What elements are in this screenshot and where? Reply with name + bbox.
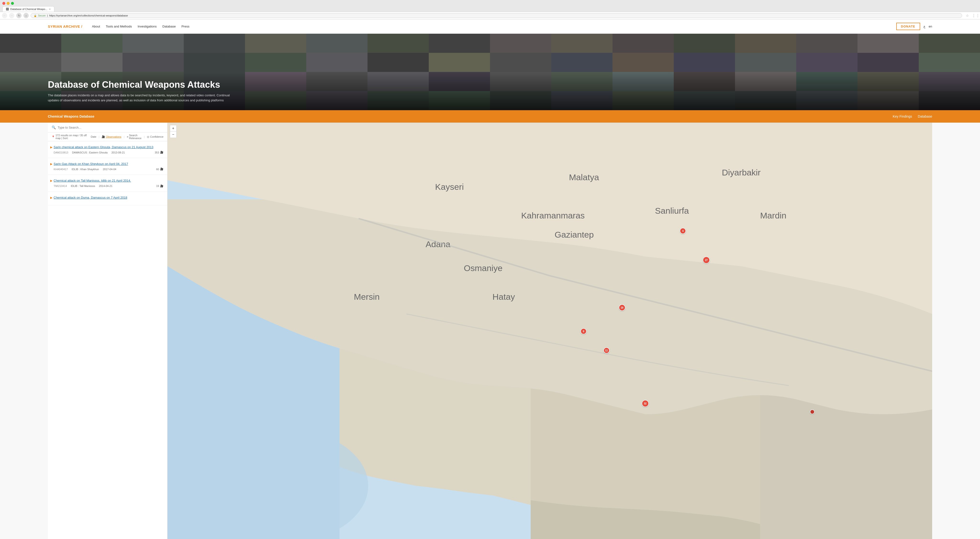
sort-divider: | bbox=[124, 135, 124, 138]
key-findings-link[interactable]: Key Findings bbox=[892, 114, 912, 118]
mosaic-cell bbox=[61, 34, 123, 53]
map-cluster-19[interactable]: 19 bbox=[619, 304, 625, 311]
mosaic-cell bbox=[306, 34, 368, 53]
sort-observations[interactable]: 🎥 Observations bbox=[102, 135, 121, 138]
mosaic-cell bbox=[123, 53, 184, 72]
map-svg: Kayseri Malatya Diyarbakir Kahramanmaras… bbox=[167, 123, 932, 539]
database-link[interactable]: Database bbox=[918, 114, 932, 118]
zoom-in-button[interactable]: + bbox=[170, 125, 177, 132]
incident-count: 60 🎥 bbox=[156, 168, 164, 171]
incident-arrow-icon: ▶ bbox=[50, 162, 52, 166]
video-sort-icon: 🎥 bbox=[102, 135, 105, 138]
reload-button[interactable]: ↻ bbox=[16, 13, 22, 18]
sort-confidence[interactable]: ◎ Confidence bbox=[147, 135, 164, 138]
mosaic-cell bbox=[735, 53, 796, 72]
home-button[interactable]: ⌂ bbox=[24, 13, 29, 18]
incident-title[interactable]: Chemical attack on Tall Manissss, Idlib … bbox=[54, 179, 164, 183]
incident-id: KHA040417 bbox=[54, 168, 68, 171]
active-tab[interactable]: Database of Chemical Weapo... ✕ bbox=[2, 6, 54, 12]
incident-item[interactable]: ▶ Sarin Gas Attack on Khan Sheykoun on A… bbox=[48, 158, 167, 175]
search-input[interactable] bbox=[58, 126, 164, 129]
left-panel: 🔍 📍 172 results on map / 35 off map | So… bbox=[48, 123, 167, 539]
traffic-lights bbox=[2, 2, 978, 5]
hero-title: Database of Chemical Weapons Attacks bbox=[48, 79, 932, 90]
zoom-out-button[interactable]: − bbox=[170, 132, 177, 138]
mosaic-cell bbox=[674, 34, 735, 53]
close-traffic-light[interactable] bbox=[2, 2, 5, 5]
map-cluster-32[interactable]: 32 bbox=[642, 400, 649, 407]
svg-text:Mersin: Mersin bbox=[354, 292, 380, 302]
incident-meta: TMI210414 IDLIB : Tall Manissss 2014-04-… bbox=[54, 184, 164, 188]
mosaic-cell bbox=[429, 34, 490, 53]
sort-divider: | bbox=[144, 135, 145, 138]
map-cluster-9[interactable]: 9 bbox=[581, 328, 587, 334]
url-separator: | bbox=[47, 14, 48, 17]
mosaic-cell bbox=[919, 34, 980, 53]
incident-item[interactable]: ▶ Sarin chemical attack on Eastern Ghout… bbox=[48, 141, 167, 158]
hero-section: Database of Chemical Weapons Attacks The… bbox=[0, 34, 980, 110]
mosaic-cell bbox=[245, 34, 306, 53]
svg-text:Osmaniye: Osmaniye bbox=[464, 263, 503, 273]
incident-location: IDLIB : Khan Shaykhun bbox=[72, 168, 99, 171]
incident-location: IDLIB : Tall Manissss bbox=[71, 184, 95, 187]
browser-menu-icon[interactable]: ⋮⋮ bbox=[972, 13, 980, 18]
results-meta: 📍 172 results on map / 35 off map | Sort… bbox=[48, 132, 167, 141]
incident-date: 2014-04-21 bbox=[99, 184, 113, 187]
orange-bar-title: Chemical Weapons Database bbox=[48, 114, 94, 118]
nav-links: About Tools and Methods Investigations D… bbox=[92, 25, 896, 28]
fullscreen-traffic-light[interactable] bbox=[11, 2, 14, 5]
incident-item[interactable]: ▶ Chemical attack on Duma, Damascus on 7… bbox=[48, 192, 167, 205]
sort-divider: | bbox=[99, 135, 100, 138]
nav-press[interactable]: Press bbox=[181, 25, 189, 28]
lang-arabic-link[interactable]: ع bbox=[924, 25, 926, 28]
incident-meta: KHA040417 IDLIB : Khan Shaykhun 2017-04-… bbox=[54, 168, 164, 171]
orange-bar: Chemical Weapons Database Key Findings D… bbox=[0, 110, 980, 123]
donate-button[interactable]: DONATE bbox=[896, 23, 920, 30]
incident-title[interactable]: Sarin chemical attack on Eastern Ghouta,… bbox=[54, 145, 164, 149]
incident-title[interactable]: Chemical attack on Duma, Damascus on 7 A… bbox=[54, 195, 164, 200]
mosaic-cell bbox=[551, 53, 612, 72]
mosaic-cell bbox=[735, 34, 796, 53]
incident-arrow-icon: ▶ bbox=[50, 146, 52, 149]
relevance-sort-icon: ≡ bbox=[127, 135, 128, 138]
confidence-sort-icon: ◎ bbox=[147, 135, 149, 138]
incident-id: DAM210813 bbox=[54, 151, 68, 154]
incident-location: DAMASCUS : Eastern Ghouta bbox=[72, 151, 108, 154]
mosaic-cell bbox=[490, 34, 551, 53]
bookmark-icon[interactable]: ☆ bbox=[966, 14, 969, 17]
nav-investigations[interactable]: Investigations bbox=[138, 25, 157, 28]
svg-text:Malatya: Malatya bbox=[569, 172, 599, 182]
incident-item[interactable]: ▶ Chemical attack on Tall Manissss, Idli… bbox=[48, 175, 167, 192]
tab-close-button[interactable]: ✕ bbox=[49, 8, 51, 11]
map-panel: Kayseri Malatya Diyarbakir Kahramanmaras… bbox=[167, 123, 932, 539]
mosaic-cell bbox=[612, 34, 674, 53]
svg-text:Mardin: Mardin bbox=[760, 211, 786, 220]
sort-date[interactable]: Date bbox=[91, 135, 96, 138]
forward-button[interactable]: → bbox=[9, 13, 14, 18]
sort-relevance[interactable]: ≡ Search Relevance bbox=[127, 134, 142, 140]
lang-english-link[interactable]: en bbox=[929, 25, 932, 28]
minimize-traffic-light[interactable] bbox=[7, 2, 10, 5]
map-cluster-11[interactable]: 11 bbox=[603, 347, 609, 354]
incident-arrow-icon: ▶ bbox=[50, 196, 52, 199]
incident-list: ▶ Sarin chemical attack on Eastern Ghout… bbox=[48, 141, 167, 205]
nav-database[interactable]: Database bbox=[162, 25, 176, 28]
svg-text:Hatay: Hatay bbox=[492, 292, 515, 302]
incident-title[interactable]: Sarin Gas Attack on Khan Sheykoun on Apr… bbox=[54, 162, 164, 166]
back-button[interactable]: ← bbox=[2, 13, 7, 18]
nav-tools[interactable]: Tools and Methods bbox=[106, 25, 132, 28]
mosaic-cell bbox=[61, 53, 123, 72]
site-logo[interactable]: SYRIAN ARCHIVE / bbox=[48, 24, 82, 29]
mosaic-cell bbox=[245, 53, 306, 72]
search-icon: 🔍 bbox=[52, 125, 56, 129]
map-cluster-single[interactable] bbox=[810, 409, 815, 414]
url-bar[interactable]: 🔒 Secure | https://syrianarchive.org/en/… bbox=[30, 13, 962, 18]
svg-text:Kayseri: Kayseri bbox=[435, 182, 464, 192]
results-count-text: 172 results on map / 35 off map | Sort: bbox=[56, 134, 89, 140]
browser-chrome: Database of Chemical Weapo... ✕ bbox=[0, 0, 980, 12]
website: SYRIAN ARCHIVE / About Tools and Methods… bbox=[0, 19, 980, 539]
nav-about[interactable]: About bbox=[92, 25, 100, 28]
mosaic-cell bbox=[919, 53, 980, 72]
mosaic-cell bbox=[368, 53, 429, 72]
map-container[interactable]: Kayseri Malatya Diyarbakir Kahramanmaras… bbox=[167, 123, 932, 539]
